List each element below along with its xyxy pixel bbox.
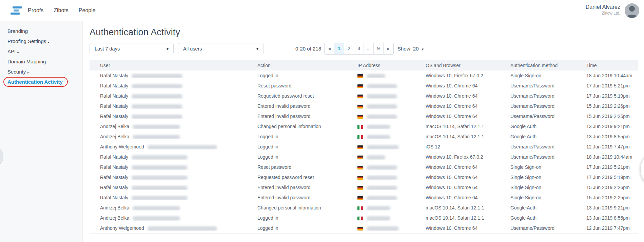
email-redacted-blur [132,115,182,119]
show-per-page-selector[interactable]: Show: 20 ▾ [397,43,424,55]
next-page-button[interactable]: ▶ [384,43,393,54]
sidebar-item-api[interactable]: API▸ [0,46,82,56]
ip-cell [357,195,426,200]
sidebar-item-wrap: Domain Mapping [7,59,46,64]
os-browser-cell: Windows 10, Firefox 67.0.2 [426,154,510,160]
time-cell: 17 Jun 2019 5:21pm [586,164,638,170]
ip-redacted-blur [367,186,397,190]
os-browser-cell: Windows 10, Chrome 64 [426,114,510,119]
slider-arrow-right-artifact [641,151,644,188]
user-cell: Rafal Nastaly [90,93,257,99]
action-cell: Reset password [257,164,357,170]
users-filter-dropdown[interactable]: All users ▾ [178,43,264,54]
flag-de-icon [357,84,363,88]
sidebar-item-proofing-settings[interactable]: Proofing Settings▸ [0,36,82,46]
page-button-3[interactable]: 3 [354,43,364,54]
user-cell: Rafal Nastaly [90,103,257,109]
auth-method-cell: Username/Password [510,144,586,149]
ip-redacted-blur [367,226,399,231]
page-button-2[interactable]: 2 [344,43,354,54]
chevron-down-icon: ▾ [422,47,424,51]
email-redacted-blur [132,176,188,180]
column-header-ip-address: IP Address [357,63,426,68]
table-row: Rafal NastalyRequested password resetWin… [90,91,638,101]
auth-method-cell: Google Auth [510,134,586,139]
user-info[interactable]: Daniel Alvarez Ziflow Ltd. [586,4,620,16]
previous-page-button[interactable]: ◀ [325,43,334,54]
os-browser-cell: Windows 10, Chrome 64 [426,103,510,109]
os-browser-cell: Windows 10, Chrome 64 [426,195,510,200]
column-header-os-and-browser: OS and Browser [426,63,510,68]
flag-de-icon [357,74,363,78]
sidebar-item-branding[interactable]: Branding [0,26,82,36]
time-cell: 13 Jun 2019 9:21pm [586,205,638,210]
user-cell: Rafal Nastaly [90,73,257,78]
action-cell: Changed personal information [257,205,357,210]
os-browser-cell: Windows 10, Chrome 64 [426,93,510,99]
sidebar-item-wrap: Branding [7,28,28,34]
user-cell: Anthony Welgemoed [90,144,257,149]
sidebar-item-wrap: Security▸ [7,69,29,75]
os-browser-cell: Windows 10, Chrome 64 [426,164,510,170]
ip-cell [357,144,426,149]
auth-method-cell: Username/Password [510,103,586,109]
user-name-text: Rafal Nastaly [100,93,128,99]
auth-method-cell: Single Sign-on [510,195,586,200]
user-name-text: Andrzej Belka [100,134,129,139]
sidebar-item-security[interactable]: Security▸ [0,66,82,77]
os-browser-cell: macOS 10.14, Safari 12.1.1 [426,124,510,129]
nav-item-people[interactable]: People [79,7,96,14]
user-name-text: Rafal Nastaly [100,154,128,160]
action-cell: Logged in [257,134,357,139]
time-cell: 15 Jun 2019 2:26pm [586,103,638,109]
sidebar-item-authentication-activity[interactable]: Authentication Activity [0,77,82,87]
ip-cell [357,164,426,170]
auth-method-cell: Google Auth [510,215,586,221]
auth-method-cell: Single Sign-on [510,175,586,180]
nav-item-zibots[interactable]: Zibots [54,7,69,14]
time-cell: 13 Jun 2019 9:21pm [586,124,638,129]
user-name-text: Rafal Nastaly [100,114,128,119]
table-row: Anthony WelgemoedLogged iniOS 12Username… [90,142,638,152]
ip-cell [357,83,426,88]
flag-de-icon [357,227,363,230]
page-button-9[interactable]: 9 [374,43,384,54]
action-cell: Reset password [257,83,357,88]
ip-redacted-blur [367,115,397,119]
action-cell: Logged in [257,215,357,221]
table-row: Rafal NastalyEntered invalid passwordWin… [90,182,638,193]
ip-cell [357,103,426,109]
sidebar-item-domain-mapping[interactable]: Domain Mapping [0,56,82,66]
ip-cell [357,185,426,190]
avatar[interactable] [625,3,639,18]
date-range-dropdown[interactable]: Last 7 days ▾ [90,43,174,54]
chevron-right-icon: ▸ [27,71,29,74]
sidebar-item-label: Security [7,69,26,75]
column-header-user: User [90,63,257,68]
auth-activity-table: UserActionIP AddressOS and BrowserAuthen… [90,60,638,234]
time-cell: 12 Jun 2019 7:47pm [586,144,638,149]
sidebar-item-label: Domain Mapping [7,59,46,64]
email-redacted-blur [133,135,180,139]
user-cell: Andrzej Belka [90,124,257,129]
user-cell: Andrzej Belka [90,215,257,221]
time-cell: 18 Jun 2019 10:44am [586,73,638,78]
ip-redacted-blur [367,84,397,88]
action-cell: Entered invalid password [257,195,357,200]
nav-item-proofs[interactable]: Proofs [28,7,43,14]
action-cell: Changed personal information [257,124,357,129]
user-cell: Rafal Nastaly [90,175,257,180]
user-cell: Andrzej Belka [90,134,257,139]
email-redacted-blur [132,196,188,200]
table-row: Rafal NastalyEntered invalid passwordWin… [90,101,638,111]
sidebar-item-label: API [7,48,16,54]
ziflow-logo-icon[interactable] [10,6,23,15]
time-cell: 17 Jun 2019 5:21pm [586,83,638,88]
sidebar-item-wrap: Authentication Activity [3,77,68,87]
table-row: Andrzej BelkaChanged personal informatio… [90,121,638,132]
table-row: Rafal NastalyEntered invalid passwordWin… [90,193,638,203]
sidebar-item-wrap: Proofing Settings▸ [7,38,50,44]
ip-cell [357,114,426,119]
page-button-1[interactable]: 1 [334,43,344,54]
settings-sidebar: BrandingProofing Settings▸API▸Domain Map… [0,21,83,242]
